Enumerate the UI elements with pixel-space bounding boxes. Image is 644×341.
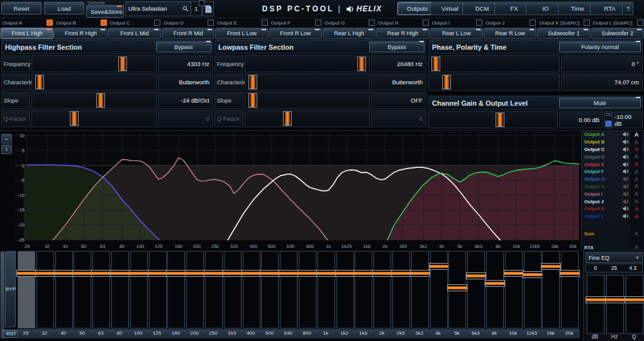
speaker-icon[interactable]: [621, 162, 630, 167]
topbar-checkbox[interactable]: [199, 0, 205, 6]
lowpass-frequency-slider[interactable]: [245, 55, 370, 72]
legend-output-l[interactable]: Output LA: [582, 213, 644, 220]
eq-band-100[interactable]: [130, 251, 148, 328]
speaker-muted-icon[interactable]: [621, 176, 630, 182]
save-store-button[interactable]: Save&Store: [86, 5, 124, 18]
speaker-icon[interactable]: [621, 154, 630, 160]
eq-band-1k-handle[interactable]: [316, 270, 336, 277]
eq-band-8k-handle[interactable]: [485, 280, 505, 287]
channel-tab-front-r-low[interactable]: Front R Low: [269, 28, 322, 39]
gain-slider[interactable]: [428, 111, 558, 128]
eq-band-63[interactable]: [92, 251, 110, 328]
eq-band-5k-handle[interactable]: [447, 284, 467, 291]
speaker-icon[interactable]: [621, 169, 630, 174]
speaker-muted-icon[interactable]: [621, 184, 630, 189]
eq-band-500[interactable]: [261, 251, 279, 328]
eq-band-4k-handle[interactable]: [429, 263, 449, 270]
legend-output-h[interactable]: Output HA: [582, 183, 644, 191]
load-button[interactable]: Load: [44, 2, 84, 14]
eq-band-1k6-handle[interactable]: [353, 270, 374, 277]
legend-output-i-analyzer-toggle[interactable]: A: [630, 191, 643, 197]
legend-output-f-analyzer-toggle[interactable]: A: [630, 169, 643, 175]
highpass-qfactor-slider-handle[interactable]: [70, 111, 79, 126]
eq-band-2k-handle[interactable]: [372, 270, 392, 277]
search-icon[interactable]: [182, 6, 189, 12]
fine-eq-slider-q[interactable]: [626, 275, 643, 334]
eq-band-25-handle[interactable]: [16, 270, 36, 277]
highpass-qfactor-slider[interactable]: [31, 110, 157, 127]
eq-band-80[interactable]: [111, 251, 129, 328]
highpass-characteristic-slider[interactable]: [31, 74, 157, 91]
eq-band-250-handle[interactable]: [204, 270, 224, 277]
legend-output-e[interactable]: Output EA: [582, 160, 644, 168]
eq-band-315[interactable]: [224, 251, 242, 328]
eq-band-32-handle[interactable]: [35, 270, 55, 277]
channel-link-checkbox[interactable]: [637, 20, 643, 26]
eq-band-2k5[interactable]: [392, 251, 410, 328]
legend-output-g-analyzer-toggle[interactable]: A: [630, 176, 643, 182]
eq-band-800-handle[interactable]: [297, 270, 318, 277]
fine-eq-slider-q-handle[interactable]: [625, 296, 644, 303]
legend-output-c-analyzer-toggle[interactable]: A: [630, 146, 643, 152]
eq-band-6k3[interactable]: [467, 251, 485, 328]
highpass-frequency-slider-handle[interactable]: [118, 57, 127, 71]
mini-fader-handle[interactable]: [606, 121, 611, 126]
lowpass-slope-slider-handle[interactable]: [248, 93, 257, 108]
legend-output-g[interactable]: Output GA: [582, 176, 644, 183]
channel-tab-rear-l-low[interactable]: Rear L Low: [430, 28, 483, 39]
speaker-icon[interactable]: [621, 213, 630, 219]
eq-band-12k5[interactable]: [524, 251, 541, 328]
eq-band-125-handle[interactable]: [148, 270, 168, 277]
speaker-muted-icon[interactable]: [621, 191, 630, 197]
preset-name-field[interactable]: Ultra Sebastian: [125, 1, 192, 16]
lowpass-frequency-slider-handle[interactable]: [357, 57, 366, 71]
time-slider-handle[interactable]: [442, 75, 451, 89]
channel-link-checkbox[interactable]: [423, 20, 429, 26]
highpass-slope-slider-handle[interactable]: [96, 93, 105, 108]
legend-output-b-analyzer-toggle[interactable]: A: [630, 139, 643, 145]
nav-help[interactable]: ?: [622, 2, 633, 15]
eq-band-250[interactable]: [205, 251, 223, 328]
legend-output-f[interactable]: Output FA: [582, 168, 644, 176]
channel-tab-front-r-mid[interactable]: Front R Mid: [162, 28, 214, 39]
eq-band-500-handle[interactable]: [260, 270, 280, 277]
polarity-button[interactable]: Polarity normal: [559, 42, 641, 52]
legend-output-i[interactable]: Output IA: [582, 190, 644, 198]
channel-tab-front-l-low[interactable]: Front L Low: [215, 28, 268, 39]
speaker-icon[interactable]: [621, 147, 630, 152]
legend-output-j[interactable]: Output JA: [582, 198, 644, 205]
gain-slider-handle[interactable]: [496, 113, 504, 127]
eq-band-800[interactable]: [299, 251, 316, 328]
legend-output-k-analyzer-toggle[interactable]: A: [630, 206, 643, 212]
output-level-mini-fader[interactable]: [604, 111, 613, 128]
legend-output-a-analyzer-toggle[interactable]: A: [630, 131, 643, 138]
lowpass-characteristic-slider-handle[interactable]: [248, 75, 257, 89]
eq-band-25[interactable]: [18, 251, 35, 328]
legend-sum[interactable]: SumA: [582, 230, 644, 238]
channel-tab-front-l-high[interactable]: Front L High: [1, 28, 53, 39]
eq-band-32[interactable]: [36, 251, 54, 328]
legend-output-l-analyzer-toggle[interactable]: A: [630, 213, 643, 220]
lowpass-characteristic-slider[interactable]: [245, 74, 370, 91]
eq-band-400-handle[interactable]: [242, 270, 262, 277]
eq-bypass-button[interactable]: BYP: [5, 251, 16, 327]
eq-band-100-handle[interactable]: [129, 270, 149, 277]
eq-band-1k2-handle[interactable]: [335, 270, 355, 277]
channel-tab-subwoofer-2[interactable]: Subwoofer 2: [591, 28, 644, 39]
highpass-frequency-slider[interactable]: [31, 55, 157, 72]
eq-band-315-handle[interactable]: [223, 270, 243, 277]
speaker-icon[interactable]: [621, 206, 630, 211]
legend-output-h-analyzer-toggle[interactable]: A: [630, 183, 643, 189]
eq-band-200[interactable]: [186, 251, 204, 328]
eq-band-630-handle[interactable]: [279, 270, 299, 277]
eq-band-50[interactable]: [74, 251, 91, 328]
eq-band-160[interactable]: [167, 251, 185, 328]
legend-output-b[interactable]: Output BA: [582, 138, 644, 146]
channel-link-checkbox[interactable]: [101, 20, 107, 26]
channel-link-checkbox[interactable]: [262, 20, 268, 26]
legend-output-d[interactable]: Output DA: [582, 153, 644, 160]
fine-eq-slider-hz-handle[interactable]: [605, 296, 625, 303]
channel-link-checkbox[interactable]: [476, 20, 482, 26]
eq-band-630[interactable]: [280, 251, 297, 328]
eq-band-1k6[interactable]: [355, 251, 372, 328]
